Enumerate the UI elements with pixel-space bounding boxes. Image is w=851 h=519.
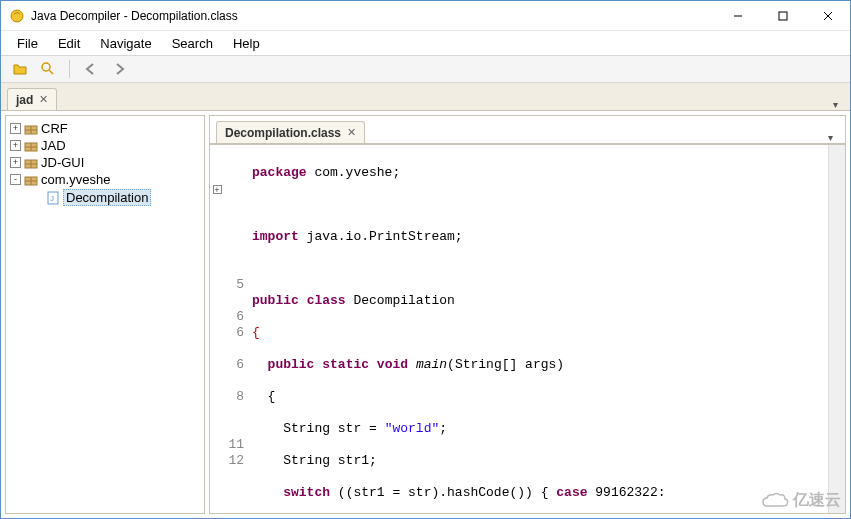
editor-tab[interactable]: Decompilation.class ✕ bbox=[216, 121, 365, 143]
app-window: Java Decompiler - Decompilation.class Fi… bbox=[0, 0, 851, 519]
menu-edit[interactable]: Edit bbox=[50, 34, 88, 53]
java-file-icon: J bbox=[46, 191, 60, 205]
tree-node-jad[interactable]: + JAD bbox=[6, 137, 204, 154]
close-tab-icon[interactable]: ✕ bbox=[347, 126, 356, 139]
tree-label: Decompilation bbox=[63, 189, 151, 206]
tab-menu-icon[interactable]: ▾ bbox=[828, 132, 839, 143]
package-icon bbox=[24, 156, 38, 170]
window-controls bbox=[715, 1, 850, 30]
package-tree[interactable]: + CRF + JAD + JD-GUI - com.yvesh bbox=[5, 115, 205, 514]
tab-menu-icon[interactable]: ▾ bbox=[833, 99, 844, 110]
svg-rect-2 bbox=[779, 12, 787, 20]
editor-pane: Decompilation.class ✕ ▾ + 566681112 pack… bbox=[209, 115, 846, 514]
outer-tab-label: jad bbox=[16, 93, 33, 107]
tree-label: JD-GUI bbox=[41, 155, 84, 170]
vertical-scrollbar[interactable] bbox=[828, 145, 845, 513]
window-title: Java Decompiler - Decompilation.class bbox=[31, 9, 715, 23]
outer-tab-jad[interactable]: jad ✕ bbox=[7, 88, 57, 110]
line-gutter: 566681112 bbox=[224, 145, 248, 513]
close-tab-icon[interactable]: ✕ bbox=[39, 93, 48, 106]
content-area: + CRF + JAD + JD-GUI - com.yvesh bbox=[1, 111, 850, 518]
svg-line-6 bbox=[49, 70, 53, 74]
minimize-button[interactable] bbox=[715, 1, 760, 30]
svg-point-5 bbox=[42, 63, 50, 71]
app-icon bbox=[9, 8, 25, 24]
expand-icon[interactable]: + bbox=[10, 123, 21, 134]
expand-icon[interactable]: + bbox=[10, 140, 21, 151]
code-viewport[interactable]: + 566681112 package com.yveshe; import j… bbox=[210, 144, 845, 513]
code-content[interactable]: package com.yveshe; import java.io.Print… bbox=[248, 145, 828, 513]
maximize-button[interactable] bbox=[760, 1, 805, 30]
search-tool-button[interactable] bbox=[37, 58, 59, 80]
svg-text:J: J bbox=[50, 194, 54, 203]
close-button[interactable] bbox=[805, 1, 850, 30]
tree-node-comyveshe[interactable]: - com.yveshe bbox=[6, 171, 204, 188]
package-icon bbox=[24, 122, 38, 136]
back-button[interactable] bbox=[80, 58, 102, 80]
tree-node-crf[interactable]: + CRF bbox=[6, 120, 204, 137]
menu-search[interactable]: Search bbox=[164, 34, 221, 53]
titlebar: Java Decompiler - Decompilation.class bbox=[1, 1, 850, 31]
package-icon bbox=[24, 173, 38, 187]
tree-label: com.yveshe bbox=[41, 172, 110, 187]
expand-icon[interactable]: + bbox=[10, 157, 21, 168]
toolbar bbox=[1, 55, 850, 83]
package-icon bbox=[24, 139, 38, 153]
toolbar-separator bbox=[69, 60, 70, 78]
editor-tab-label: Decompilation.class bbox=[225, 126, 341, 140]
tree-label: CRF bbox=[41, 121, 68, 136]
menu-help[interactable]: Help bbox=[225, 34, 268, 53]
outer-tab-row: jad ✕ ▾ bbox=[1, 83, 850, 111]
menubar: File Edit Navigate Search Help bbox=[1, 31, 850, 55]
fold-column: + bbox=[210, 145, 224, 513]
tree-node-jdgui[interactable]: + JD-GUI bbox=[6, 154, 204, 171]
menu-file[interactable]: File bbox=[9, 34, 46, 53]
fold-icon[interactable]: + bbox=[213, 185, 222, 194]
open-button[interactable] bbox=[9, 58, 31, 80]
forward-button[interactable] bbox=[108, 58, 130, 80]
menu-navigate[interactable]: Navigate bbox=[92, 34, 159, 53]
svg-point-0 bbox=[11, 10, 23, 22]
tree-node-decompilation[interactable]: J Decompilation bbox=[6, 188, 204, 207]
tree-label: JAD bbox=[41, 138, 66, 153]
collapse-icon[interactable]: - bbox=[10, 174, 21, 185]
editor-tab-row: Decompilation.class ✕ ▾ bbox=[210, 116, 845, 144]
